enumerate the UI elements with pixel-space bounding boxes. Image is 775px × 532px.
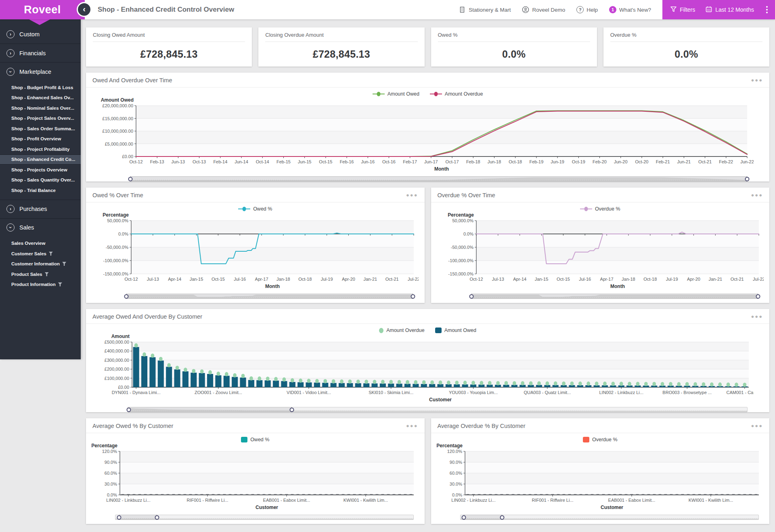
sidebar-section-financials[interactable]: › Financials bbox=[0, 44, 81, 62]
sidebar-item-profit-overview[interactable]: Shop - Profit Overview bbox=[0, 134, 81, 144]
sidebar-item-sales-quantity[interactable]: Shop - Sales Quantity Over... bbox=[0, 175, 81, 186]
slider-handle-left[interactable] bbox=[117, 515, 121, 519]
slider-selected-range[interactable] bbox=[119, 515, 157, 520]
svg-text:Percentage: Percentage bbox=[92, 443, 117, 449]
svg-text:Feb-13: Feb-13 bbox=[150, 159, 164, 164]
sidebar-section-sales[interactable]: › Sales bbox=[0, 218, 81, 237]
sidebar-item-projects-overview[interactable]: Shop - Projects Overview bbox=[0, 165, 81, 175]
sidebar-item-customer-sales[interactable]: Customer Sales bbox=[0, 248, 81, 259]
date-range-button[interactable]: Last 12 Months bbox=[706, 6, 754, 14]
owed-pct-line-chart[interactable]: 50,000.0%0.0%-50,000.0%-100,000.0%-150,0… bbox=[92, 212, 419, 291]
owed-overdue-line-chart[interactable]: £20,000,000.00£15,000,000.00£10,000,000.… bbox=[92, 97, 754, 173]
slider-handle-right[interactable] bbox=[500, 515, 504, 519]
svg-text:£500,000.00: £500,000.00 bbox=[105, 340, 129, 344]
sidebar-item-enhanced-sales[interactable]: Shop - Enhanced Sales Ov... bbox=[0, 93, 81, 103]
slider-handle-right[interactable] bbox=[289, 407, 294, 412]
svg-text:VID001 - Vidoo Limit...: VID001 - Vidoo Limit... bbox=[287, 390, 331, 395]
slider-selected-range[interactable] bbox=[129, 407, 292, 412]
slider-selected-range[interactable] bbox=[464, 515, 502, 520]
legend-item-amount-owed[interactable]: Amount Owed bbox=[435, 328, 476, 333]
svg-text:LIN002 - Linkbuzz Li...: LIN002 - Linkbuzz Li... bbox=[599, 390, 643, 395]
sidebar-item-enhanced-credit-control[interactable]: Shop - Enhanced Credit Co... bbox=[0, 154, 81, 165]
slider-handle-left[interactable] bbox=[127, 407, 131, 412]
slider-handle-left[interactable] bbox=[462, 515, 466, 519]
sidebar-section-purchases[interactable]: › Purchases bbox=[0, 200, 81, 218]
whats-new-button[interactable]: 1 What's New? bbox=[609, 6, 651, 13]
svg-text:£200,000.00: £200,000.00 bbox=[105, 367, 129, 371]
panel-menu-icon[interactable]: ●●● bbox=[751, 194, 763, 197]
legend-item-amount-owed[interactable]: Amount Owed bbox=[373, 91, 419, 97]
svg-text:Jan-18: Jan-18 bbox=[276, 277, 290, 282]
line-marker-icon bbox=[580, 209, 592, 209]
slider-selected-range[interactable] bbox=[130, 176, 747, 182]
page-title: Shop - Enhanced Credit Control Overview bbox=[98, 6, 234, 14]
filters-button[interactable]: Filters bbox=[670, 6, 695, 13]
svg-text:Oct-18: Oct-18 bbox=[509, 159, 522, 164]
sidebar-item-sales-order-summary[interactable]: Shop - Sales Order Summa... bbox=[0, 123, 81, 134]
customer-range-slider[interactable] bbox=[115, 515, 414, 520]
svg-text:Customer: Customer bbox=[256, 505, 278, 510]
slider-handle-left[interactable] bbox=[128, 177, 133, 181]
user-name: Roveel Demo bbox=[532, 7, 565, 13]
svg-text:Oct-15: Oct-15 bbox=[319, 159, 332, 164]
sidebar-section-custom[interactable]: › Custom bbox=[0, 25, 81, 44]
time-range-slider[interactable] bbox=[130, 176, 748, 182]
customer-range-slider[interactable] bbox=[460, 515, 759, 520]
sidebar-item-project-sales[interactable]: Shop - Project Sales Overv... bbox=[0, 113, 81, 124]
legend-item-overdue-pct[interactable]: Overdue % bbox=[583, 437, 618, 442]
slider-handle-right[interactable] bbox=[411, 294, 415, 298]
sidebar-item-product-information[interactable]: Product Information bbox=[0, 280, 81, 290]
time-range-slider[interactable] bbox=[126, 294, 413, 299]
legend-item-owed-pct[interactable]: Owed % bbox=[241, 437, 269, 442]
whats-new-label: What's New? bbox=[619, 7, 651, 13]
slider-selected-range[interactable] bbox=[126, 294, 413, 299]
legend-item-owed-pct[interactable]: Owed % bbox=[238, 206, 272, 212]
svg-text:£20,000,000.00: £20,000,000.00 bbox=[103, 103, 133, 108]
legend: Amount Overdue Amount Owed bbox=[86, 324, 769, 333]
svg-text:-100,000.0%: -100,000.0% bbox=[448, 258, 473, 263]
svg-text:Oct-12: Oct-12 bbox=[129, 159, 142, 164]
slider-handle-left[interactable] bbox=[469, 294, 473, 298]
sidebar-nav: › Custom › Financials › Marketplace Shop… bbox=[0, 19, 81, 359]
svg-text:Feb-18: Feb-18 bbox=[466, 159, 480, 164]
panel-menu-icon[interactable]: ●●● bbox=[406, 424, 418, 428]
brand-logo-block[interactable]: Roveel bbox=[0, 0, 85, 19]
user-menu[interactable]: Roveel Demo bbox=[522, 6, 565, 13]
chevron-right-circle-icon: › bbox=[6, 30, 15, 38]
kpi-row: Closing Owed Amount £728,845.13 Closing … bbox=[86, 27, 769, 67]
sidebar-section-marketplace[interactable]: › Marketplace bbox=[0, 62, 81, 81]
company-selector[interactable]: Stationery & Mart bbox=[459, 6, 511, 13]
sidebar-item-sales-overview[interactable]: Sales Overview bbox=[0, 238, 81, 249]
more-menu-icon[interactable] bbox=[765, 6, 769, 13]
panel-menu-icon[interactable]: ●●● bbox=[751, 424, 763, 428]
avg-owed-pct-bar-chart[interactable]: 120.0%90.0%60.0%30.0%0.0%PercentageCusto… bbox=[92, 442, 419, 512]
slider-handle-right[interactable] bbox=[155, 515, 159, 519]
collapse-sidebar-button[interactable]: ‹ bbox=[77, 2, 92, 17]
svg-text:Amount Owed: Amount Owed bbox=[101, 97, 134, 103]
sidebar-item-nominal-sales[interactable]: Shop - Nominal Sales Over... bbox=[0, 103, 81, 113]
legend-item-overdue-pct[interactable]: Overdue % bbox=[580, 206, 620, 212]
overdue-pct-line-chart[interactable]: 50,000.0%0.0%-50,000.0%-100,000.0%-150,0… bbox=[437, 212, 764, 291]
panel-menu-icon[interactable]: ●●● bbox=[406, 194, 418, 197]
marketplace-subitems: Shop - Budget Profit & Loss Shop - Enhan… bbox=[0, 81, 81, 200]
avg-owed-overdue-bar-chart[interactable]: £500,000.00£400,000.00£300,000.00£200,00… bbox=[92, 333, 754, 404]
legend-item-amount-overdue[interactable]: Amount Overdue bbox=[430, 91, 483, 97]
sidebar-item-trial-balance[interactable]: Shop - Trial Balance bbox=[0, 185, 81, 196]
customer-range-slider[interactable] bbox=[127, 407, 748, 412]
sidebar-item-product-sales[interactable]: Product Sales bbox=[0, 269, 81, 280]
sidebar-item-project-profitability[interactable]: Shop - Project Profitability bbox=[0, 144, 81, 154]
help-button[interactable]: ? Help bbox=[576, 6, 598, 13]
sidebar-item-budget-profit-loss[interactable]: Shop - Budget Profit & Loss bbox=[0, 82, 81, 93]
slider-selected-range[interactable] bbox=[471, 294, 758, 299]
panel-menu-icon[interactable]: ●●● bbox=[751, 315, 763, 318]
svg-text:Oct-14: Oct-14 bbox=[256, 159, 269, 164]
panel-menu-icon[interactable]: ●●● bbox=[751, 79, 763, 82]
slider-handle-left[interactable] bbox=[124, 294, 129, 298]
slider-handle-right[interactable] bbox=[745, 177, 750, 181]
time-range-slider[interactable] bbox=[471, 294, 758, 299]
slider-handle-right[interactable] bbox=[756, 294, 760, 298]
legend-item-amount-overdue[interactable]: Amount Overdue bbox=[379, 328, 425, 333]
avg-overdue-pct-bar-chart[interactable]: 120.0%90.0%60.0%30.0%0.0%PercentageCusto… bbox=[437, 442, 764, 512]
svg-text:£10,000,000.00: £10,000,000.00 bbox=[103, 129, 133, 134]
sidebar-item-customer-information[interactable]: Customer Information bbox=[0, 259, 81, 269]
